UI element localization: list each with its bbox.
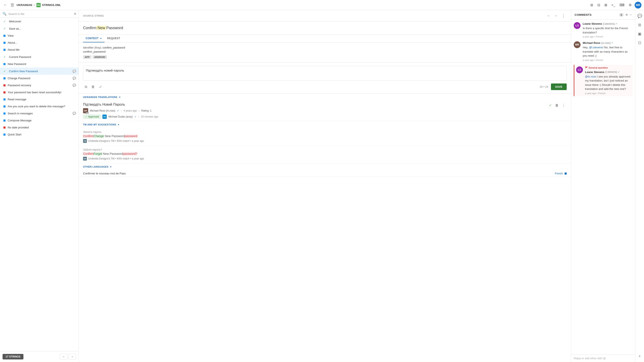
- dot-icon: [4, 49, 6, 51]
- filter-icon[interactable]: ≡: [74, 12, 76, 16]
- save-button[interactable]: SAVE: [551, 84, 567, 90]
- approver-avatar: MD: [102, 114, 107, 119]
- other-lang-item: Confirmer le nouveau mot de Pass French: [79, 170, 571, 177]
- approved-check-icon: ✓: [85, 115, 87, 118]
- translations-dropdown-icon[interactable]: ▼: [118, 96, 121, 98]
- layout-grid-button[interactable]: ⊞: [589, 2, 594, 8]
- comment-reply-bar: [571, 354, 635, 362]
- sidebar-item-read-message[interactable]: Read message: [0, 96, 78, 103]
- sidebar-item-confirm-new-password[interactable]: ✓Confirm New Password💬: [0, 68, 78, 75]
- middle-prev-button[interactable]: ←: [546, 13, 552, 18]
- suggestion-original: Забули пароль?: [83, 148, 567, 151]
- approve-button[interactable]: ✓: [548, 103, 553, 108]
- far-right-panel-button[interactable]: ▣: [636, 30, 643, 38]
- sidebar-item-search-messages[interactable]: Search in messages💬: [0, 110, 78, 117]
- other-languages-header: OTHER LANGUAGES ▼: [79, 163, 571, 170]
- comment-header: Michael Ross (m.ross) ✓: [583, 41, 632, 44]
- middle-more-button[interactable]: ⋮: [560, 13, 567, 19]
- comments-minimize-button[interactable]: −: [630, 13, 632, 17]
- dot-icon: [4, 134, 6, 136]
- search-input[interactable]: [8, 12, 72, 16]
- comments-close-button[interactable]: ✕: [625, 13, 628, 17]
- ukrainian-translations-header: UKRAINIAN TRANSLATIONS ▼: [79, 94, 571, 100]
- far-right-layers-button[interactable]: ⊞: [636, 21, 643, 29]
- check-icon: ✓: [4, 27, 7, 30]
- approver-name: Michael Dudar (acsy): [108, 115, 132, 118]
- comment-meta: a year ago • French: [583, 35, 632, 38]
- sidebar-item-no-date[interactable]: No date provided: [0, 124, 78, 131]
- avatar[interactable]: MR: [635, 2, 642, 8]
- sidebar-item-current-password[interactable]: ✓Current Password: [0, 53, 78, 60]
- back-button[interactable]: ←: [2, 2, 8, 8]
- tm-icon: TM: [83, 139, 87, 143]
- sidebar-item-password-reset[interactable]: Your password has been reset successfull…: [0, 89, 78, 96]
- more-translation-button[interactable]: ⋮: [561, 103, 567, 108]
- tm-icon: TM: [83, 157, 87, 160]
- comment-author: Leane Stevens: [585, 70, 604, 74]
- terminal-button[interactable]: >_: [610, 2, 616, 8]
- delete-translation-button[interactable]: 🗑: [554, 103, 560, 108]
- comment-avatar: LS: [576, 66, 583, 73]
- sidebar-item-view[interactable]: View: [0, 32, 78, 39]
- comment-meta: a year ago • French: [585, 92, 631, 94]
- other-languages-label: OTHER LANGUAGES: [83, 166, 108, 168]
- flag-tag: 🚩 General question: [585, 66, 631, 69]
- file-icon: XML: [36, 3, 41, 7]
- translation-item: Підтвердіть Новий Пароль MR TM Michael R…: [79, 100, 571, 121]
- layout-split-button[interactable]: ⊟: [596, 2, 602, 8]
- comment-icon: 💬: [72, 77, 76, 80]
- comment-reply-input[interactable]: [574, 357, 632, 360]
- sidebar-item-new-password[interactable]: New Password: [0, 60, 78, 68]
- keyboard-button[interactable]: ⌨: [618, 2, 626, 8]
- sidebar-item-quick-start[interactable]: Quick Start: [0, 131, 78, 138]
- delete-button[interactable]: 🗑: [90, 84, 96, 90]
- tags-container: APP ANDROID: [83, 55, 567, 59]
- context-tabs: CONTEXT ▼ REQUEST: [79, 35, 571, 42]
- match-green-text: Change: [94, 134, 104, 138]
- sidebar-item-password-recovery[interactable]: Password recovery💬: [0, 82, 78, 89]
- sidebar-item-label: Change Password: [8, 77, 70, 80]
- sidebar-item-welcome[interactable]: ✓Welcome!: [0, 18, 78, 25]
- sidebar-item-compose-message[interactable]: Compose Message: [0, 117, 78, 124]
- sidebar-next-button[interactable]: →: [68, 354, 76, 360]
- translation-input[interactable]: Підтвердіть новий пароль: [83, 66, 567, 81]
- copy-button[interactable]: ⧉: [83, 84, 89, 90]
- tab-request[interactable]: REQUEST: [104, 35, 123, 42]
- settings-button[interactable]: ⚙: [628, 2, 633, 8]
- suggestion-text: ConfirmForgot New Passwordpassword?: [83, 152, 567, 156]
- sidebar-item-about-me[interactable]: About Me: [0, 46, 78, 53]
- menu-button[interactable]: ☰: [10, 2, 15, 8]
- layout-side-button[interactable]: ⊠: [603, 2, 608, 8]
- sidebar-prev-button[interactable]: ←: [60, 354, 68, 360]
- sidebar-item-label: Search in messages: [8, 112, 70, 115]
- main-layout: 🔍 ≡ ✓Welcome!✓Save as...ViewAbout...Abou…: [0, 10, 644, 362]
- far-right-history-button[interactable]: ⊡: [636, 39, 643, 47]
- identifier-row: Identifier (Key): confirm_password: [83, 46, 567, 49]
- sidebar-list: ✓Welcome!✓Save as...ViewAbout...About Me…: [0, 18, 78, 351]
- other-lang-dropdown-icon[interactable]: ▼: [110, 166, 112, 168]
- tm-dropdown-icon[interactable]: ▼: [118, 124, 120, 126]
- context-key: confirm_password: [83, 50, 567, 53]
- dot-icon: [4, 91, 6, 94]
- comments-title: COMMENTS: [574, 13, 618, 16]
- sidebar-item-label: Welcome!: [9, 20, 76, 23]
- translator-name: Michael Ross (m.ross): [90, 109, 115, 112]
- sidebar-item-label: Read message: [8, 98, 76, 101]
- sidebar-item-delete-message[interactable]: Are you sure you want to delete this mes…: [0, 103, 78, 110]
- breadcrumb-separator: >: [34, 4, 35, 7]
- middle-next-button[interactable]: →: [553, 13, 559, 18]
- comments-panel: COMMENTS 3 ✕ − LS Leane Stevens (l.steve…: [571, 10, 635, 362]
- tab-context[interactable]: CONTEXT ▼: [83, 35, 104, 42]
- action-buttons: ⧉ 🗑 ⤢: [83, 84, 104, 90]
- sidebar-item-save-as[interactable]: ✓Save as...: [0, 25, 78, 32]
- suggestion-item: Забули пароль? ConfirmForgot New Passwor…: [79, 146, 571, 163]
- far-right-comments-button[interactable]: 💬: [636, 12, 644, 20]
- far-right-add-button[interactable]: +: [637, 352, 642, 360]
- comment-body: Michael Ross (m.ross) ✓ Hey, @l.stevens!…: [583, 41, 632, 61]
- approval-row: ✓ Approved MD Michael Dudar (acsy) ✓ • 1…: [83, 114, 548, 119]
- sidebar-item-change-password[interactable]: Change Password💬: [0, 75, 78, 82]
- expand-button[interactable]: ⤢: [97, 84, 104, 90]
- source-text-area: Confirm New Password: [79, 22, 571, 35]
- approver-sep: •: [138, 115, 139, 118]
- sidebar-item-about[interactable]: About...: [0, 39, 78, 46]
